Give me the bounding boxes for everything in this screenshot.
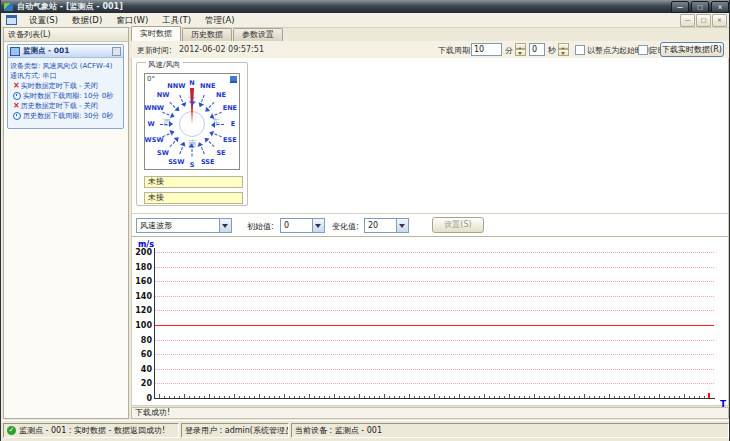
mdi-child-icon xyxy=(6,15,17,25)
status-current-device-panel: 当前设备 : 监测点 - 001 xyxy=(291,423,729,438)
x-tick xyxy=(234,394,235,398)
tab-inactive[interactable]: 历史数据 xyxy=(182,28,232,41)
timed-download-checkbox[interactable] xyxy=(638,45,648,55)
compass-direction-label: W xyxy=(141,120,161,128)
wind-direction-field[interactable]: 未接 xyxy=(144,192,243,204)
x-tick xyxy=(504,396,505,398)
x-tick xyxy=(574,396,575,398)
status-device-panel: ✓ 监测点 - 001 : 实时数据 - 数据返回成功! xyxy=(3,423,179,438)
x-tick xyxy=(304,396,305,398)
x-tick xyxy=(464,396,465,398)
minimize-button[interactable]: — xyxy=(671,1,689,13)
x-tick xyxy=(604,396,605,398)
device-card-title: 监测点 - 001 xyxy=(23,46,112,56)
tab-inactive[interactable]: 参数设置 xyxy=(233,28,283,41)
device-info-text: 历史数据定时下载 - 关闭 xyxy=(21,101,98,111)
x-tick xyxy=(369,396,370,398)
x-tick xyxy=(224,396,225,398)
initial-value-label: 初始值: xyxy=(247,221,274,232)
mdi-close-button[interactable]: × xyxy=(712,14,727,27)
x-tick xyxy=(654,396,655,398)
device-list-header: 设备列表(L) xyxy=(4,28,128,42)
wind-groupbox-label: 风速/风向 xyxy=(146,61,183,68)
card-pin-icon[interactable] xyxy=(112,47,121,56)
compass-direction-label: WSW xyxy=(144,136,164,144)
seconds-input[interactable]: 0 xyxy=(529,43,545,56)
status-bar: ✓ 监测点 - 001 : 实时数据 - 数据返回成功! 登录用户 : admi… xyxy=(1,420,730,441)
seconds-stepper[interactable] xyxy=(558,43,569,56)
device-card[interactable]: 监测点 - 001 设备类型: 风速风向仪 (ACFW-4)通讯方式: 串口×实… xyxy=(7,44,124,129)
compass-direction-label: NE xyxy=(211,91,231,99)
menu-item[interactable]: 设置(S) xyxy=(22,14,65,27)
chevron-down-icon xyxy=(396,219,408,232)
x-tick xyxy=(539,396,540,398)
initial-value-select[interactable]: 0 xyxy=(280,218,325,233)
x-tick xyxy=(549,396,550,398)
y-tick-label: 60 xyxy=(134,350,152,359)
wind-degree-label: 0° xyxy=(147,75,155,83)
x-tick xyxy=(219,396,220,398)
x-tick xyxy=(524,396,525,398)
download-realtime-button[interactable]: 下载实时数据(R) xyxy=(660,42,724,57)
minutes-input[interactable]: 10 xyxy=(471,43,502,56)
x-tick xyxy=(389,396,390,398)
gridline xyxy=(155,267,714,268)
x-tick xyxy=(344,396,345,398)
compass-direction-label: ENE xyxy=(220,104,240,112)
initial-value: 0 xyxy=(284,221,289,230)
clock-icon xyxy=(13,112,21,120)
x-tick xyxy=(339,396,340,398)
menu-item[interactable]: 数据(D) xyxy=(65,14,109,27)
x-tick xyxy=(359,394,360,398)
x-tick xyxy=(309,394,310,398)
y-axis xyxy=(154,248,155,398)
mdi-restore-button[interactable]: □ xyxy=(696,14,711,27)
menu-item[interactable]: 窗口(W) xyxy=(109,14,155,27)
waveform-select[interactable]: 风速波形 xyxy=(136,218,232,233)
compass-arrow-icon xyxy=(206,138,215,147)
compass-arrow-icon xyxy=(169,138,178,147)
series-redline xyxy=(155,325,714,326)
x-tick xyxy=(414,396,415,398)
x-tick xyxy=(609,394,610,398)
compass-arrow-icon xyxy=(210,112,221,118)
x-tick xyxy=(599,396,600,398)
success-check-icon: ✓ xyxy=(7,426,16,435)
wind-groupbox: 风速/风向 0° 北 南 西 东 NNNENEENEEESESESSESSSWS… xyxy=(136,62,248,206)
x-tick xyxy=(204,396,205,398)
change-value-select[interactable]: 20 xyxy=(364,218,409,233)
gridline xyxy=(155,340,714,341)
x-tick xyxy=(449,396,450,398)
settings-button[interactable]: 设置(S) xyxy=(432,217,484,233)
error-x-icon: × xyxy=(13,82,20,90)
mdi-minimize-button[interactable]: — xyxy=(680,14,695,27)
status-current-device-text: 当前设备 : 监测点 - 001 xyxy=(295,424,382,437)
x-tick xyxy=(439,396,440,398)
x-tick xyxy=(684,394,685,398)
menu-bar: 设置(S)数据(D)窗口(W)工具(T)管理(A) — □ × xyxy=(2,13,730,28)
change-value: 20 xyxy=(368,221,378,230)
x-tick xyxy=(239,396,240,398)
gridline xyxy=(155,383,714,384)
menu-item[interactable]: 管理(A) xyxy=(198,14,241,27)
compass-arrow-icon xyxy=(199,143,205,154)
x-tick xyxy=(299,396,300,398)
x-tick xyxy=(354,396,355,398)
compass-direction-label: NW xyxy=(153,91,173,99)
menu-items: 设置(S)数据(D)窗口(W)工具(T)管理(A) xyxy=(22,14,242,27)
maximize-button[interactable]: □ xyxy=(691,1,709,13)
device-info-line: 历史数据下载周期: 30分 0秒 xyxy=(10,111,122,121)
download-period-label: 下载周期: xyxy=(438,45,473,56)
minutes-stepper[interactable] xyxy=(515,43,526,56)
align-start-checkbox[interactable] xyxy=(575,45,585,55)
compass-arrow-icon xyxy=(210,132,221,138)
wind-speed-field[interactable]: 未接 xyxy=(144,176,243,188)
gridline xyxy=(155,369,714,370)
realtime-data-panel: 风速/风向 0° 北 南 西 东 NNNENEENEEESESESSESSSWS… xyxy=(131,58,729,406)
close-button[interactable]: × xyxy=(711,1,729,13)
tab-active[interactable]: 实时数据 xyxy=(131,26,181,41)
gridline xyxy=(155,296,714,297)
device-list-panel: 设备列表(L) 监测点 - 001 设备类型: 风速风向仪 (ACFW-4)通讯… xyxy=(3,27,129,419)
x-tick xyxy=(159,394,160,398)
menu-item[interactable]: 工具(T) xyxy=(155,14,198,27)
